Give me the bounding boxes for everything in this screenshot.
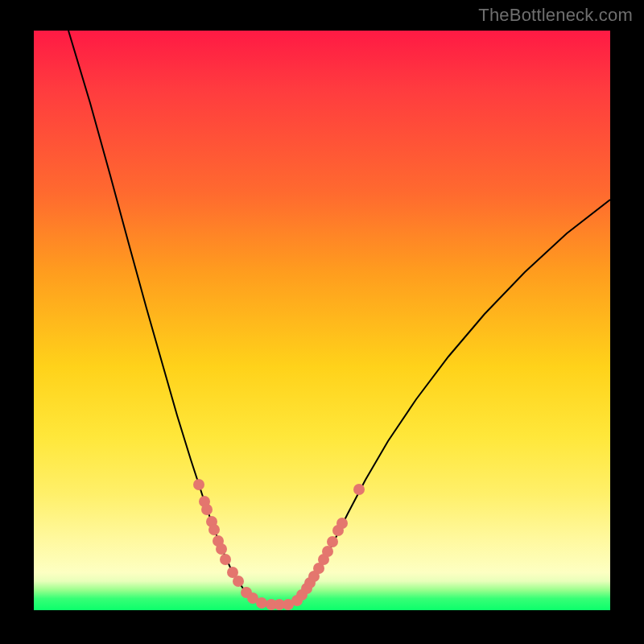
- data-marker: [336, 518, 348, 529]
- data-marker: [216, 543, 227, 555]
- data-marker: [220, 554, 231, 565]
- data-marker: [256, 597, 267, 609]
- data-marker: [322, 546, 333, 557]
- data-marker: [208, 524, 220, 535]
- data-marker: [327, 536, 338, 547]
- curve-right: [291, 200, 610, 605]
- data-marker: [233, 576, 244, 587]
- chart-frame: TheBottleneck.com: [0, 0, 644, 644]
- curve-svg: [34, 31, 610, 610]
- markers-group: [193, 479, 365, 610]
- watermark-text: TheBottleneck.com: [478, 5, 633, 26]
- data-marker: [353, 484, 365, 495]
- plot-area: [34, 31, 610, 610]
- data-marker: [201, 504, 213, 515]
- curve-left: [68, 31, 269, 605]
- data-marker: [193, 479, 204, 490]
